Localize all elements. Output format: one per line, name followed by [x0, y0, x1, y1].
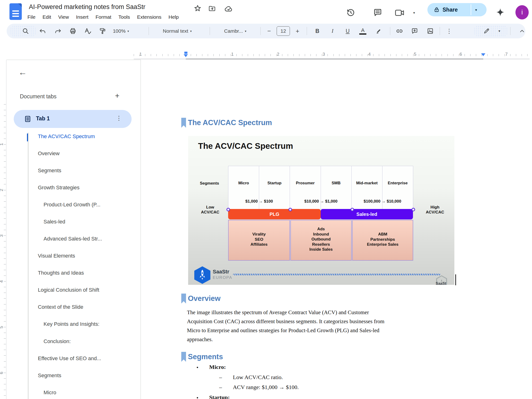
italic-button[interactable]: I: [327, 24, 338, 38]
logo-line: [12, 10, 19, 12]
plg-strategies-box: Virality SEO Affiliates: [228, 220, 290, 261]
hide-menus-button[interactable]: [515, 24, 529, 38]
decorative-wave-line: [233, 274, 440, 275]
insert-image-button[interactable]: [424, 24, 437, 38]
tab-1-item[interactable]: Tab 1 ⋮: [14, 110, 132, 128]
logo-line: [12, 16, 19, 17]
star-icon[interactable]: [194, 4, 202, 12]
print-button[interactable]: [66, 24, 80, 38]
menu-extensions[interactable]: Extensions: [137, 14, 161, 20]
tab-options-menu[interactable]: ⋮: [116, 115, 122, 122]
doc-heading-overview[interactable]: Overview: [188, 294, 221, 303]
redo-button[interactable]: [51, 24, 65, 38]
first-line-indent-marker[interactable]: [184, 52, 187, 54]
outline-item-context-slide[interactable]: Context of the Slide: [38, 304, 83, 310]
sales-led-bar: Sales-led: [321, 209, 413, 219]
share-button[interactable]: Share ▾: [427, 3, 487, 16]
bold-button[interactable]: B: [311, 24, 323, 38]
outline-item-segments-2[interactable]: Segments: [38, 373, 61, 379]
google-docs-logo[interactable]: [9, 3, 22, 20]
sub-bullet-acv-range[interactable]: ACV range: $1,000 → $100.: [233, 384, 299, 391]
styles-select[interactable]: Normal text ▾: [152, 24, 202, 38]
close-sidebar-back-button[interactable]: ←: [19, 67, 27, 77]
slide-title: The ACV/CAC Spectrum: [198, 141, 293, 151]
bullet-term-startup[interactable]: Startup:: [209, 394, 230, 399]
menu-file[interactable]: File: [27, 14, 36, 20]
text-color-button[interactable]: A: [357, 24, 369, 38]
embedded-slide-image[interactable]: The ACV/CAC Spectrum Micro Startup Prosu…: [188, 136, 454, 285]
add-comment-button[interactable]: [408, 24, 421, 38]
font-select[interactable]: Cambr... ▾: [214, 24, 257, 38]
font-size-field[interactable]: 12: [276, 24, 290, 38]
search-menus-button[interactable]: [19, 24, 32, 38]
segment-enterprise: Enterprise: [382, 181, 413, 185]
logo-fold: [18, 3, 22, 7]
outline-item-segments[interactable]: Segments: [38, 168, 61, 174]
menu-view[interactable]: View: [58, 14, 69, 20]
font-size-decrease[interactable]: −: [264, 24, 274, 38]
version-history-icon[interactable]: [346, 8, 355, 17]
outline-item-conclusion[interactable]: Conclusion:: [44, 338, 71, 345]
paint-format-button[interactable]: [96, 24, 109, 38]
bullet-marker: •: [196, 395, 198, 399]
outline-item-logical-conclusion[interactable]: Logical Conclusion of Shift: [38, 287, 99, 293]
comments-icon[interactable]: [373, 8, 382, 17]
text-color-letter: A: [359, 28, 366, 33]
menu-insert[interactable]: Insert: [76, 14, 89, 20]
outline-item-effective-seo[interactable]: Effective Use of SEO and...: [38, 355, 101, 362]
move-folder-icon[interactable]: [208, 5, 216, 12]
outline-item-acv-cac-spectrum[interactable]: The ACV/CAC Spectrum: [38, 133, 95, 140]
meet-video-icon[interactable]: [395, 8, 405, 17]
font-size-value: 12: [280, 28, 286, 34]
menu-help[interactable]: Help: [169, 14, 179, 20]
zoom-select[interactable]: 100% ▾: [110, 24, 132, 38]
doc-heading-segments[interactable]: Segments: [188, 353, 223, 361]
outline-item-advanced-sales-led[interactable]: Advanced Sales-led Str...: [44, 236, 102, 242]
dash-marker: –: [219, 384, 222, 391]
menu-edit[interactable]: Edit: [43, 14, 51, 20]
axis-high-label: High ACV/CAC: [418, 205, 451, 215]
editing-mode-dropdown-arrow[interactable]: ▾: [495, 24, 504, 38]
gemini-sparkle-icon[interactable]: [495, 7, 506, 18]
ruler-active-span: [186, 59, 483, 59]
horizontal-ruler: [134, 54, 530, 56]
doc-heading-acv-cac[interactable]: The ACV/CAC Spectrum: [188, 118, 272, 127]
share-dropdown-arrow[interactable]: ▾: [475, 8, 477, 12]
right-indent-marker[interactable]: [481, 53, 485, 56]
font-size-increase[interactable]: +: [292, 24, 303, 38]
sub-bullet-low-ratio[interactable]: Low ACV/CAC ratio.: [233, 374, 283, 380]
outline-item-overview[interactable]: Overview: [38, 150, 60, 157]
outline-item-key-points[interactable]: Key Points and Insights:: [44, 321, 99, 327]
outline-item-thoughts-ideas[interactable]: Thoughts and Ideas: [38, 270, 84, 276]
undo-button[interactable]: [36, 24, 49, 38]
outline-item-sales-led[interactable]: Sales-led: [44, 219, 65, 225]
outline-item-growth-strategies[interactable]: Growth Strategies: [38, 185, 80, 191]
sales-strategies-box: ABM Partnerships Enterprise Sales: [352, 220, 413, 261]
acv-range-micro-startup: $1,000 → $100: [228, 199, 290, 204]
outline-item-plg[interactable]: Product-Led Growth (P...: [44, 202, 101, 208]
meet-dropdown-arrow[interactable]: ▾: [413, 11, 415, 15]
logo-line: [12, 13, 19, 14]
outline-item-visual-elements[interactable]: Visual Elements: [38, 253, 75, 259]
document-title[interactable]: AI-Powered marketing notes from SaaStr: [29, 3, 145, 11]
cloud-saved-icon[interactable]: [224, 5, 233, 12]
outline-item-micro[interactable]: Micro: [44, 390, 56, 396]
bullet-term-micro[interactable]: Micro:: [209, 364, 226, 370]
underline-button[interactable]: U: [342, 24, 354, 38]
menu-format[interactable]: Format: [96, 14, 111, 20]
spellcheck-button[interactable]: [81, 24, 95, 38]
add-tab-button[interactable]: +: [115, 92, 120, 100]
more-toolbar-button[interactable]: ⋮: [443, 24, 456, 38]
handle-dot: [412, 208, 415, 211]
ruler-number: 3: [323, 52, 325, 57]
highlight-color-button[interactable]: [372, 24, 385, 38]
insert-link-button[interactable]: [393, 24, 406, 38]
left-indent-marker[interactable]: [184, 54, 188, 57]
toolbar-separator: [210, 27, 210, 35]
account-avatar[interactable]: i: [515, 5, 529, 20]
ruler-number: 1: [0, 143, 4, 146]
menu-tools[interactable]: Tools: [118, 14, 130, 20]
editing-mode-button[interactable]: [480, 24, 494, 38]
overview-paragraph[interactable]: The image illustrates the spectrum of Av…: [187, 308, 490, 344]
share-divider: [471, 4, 471, 15]
